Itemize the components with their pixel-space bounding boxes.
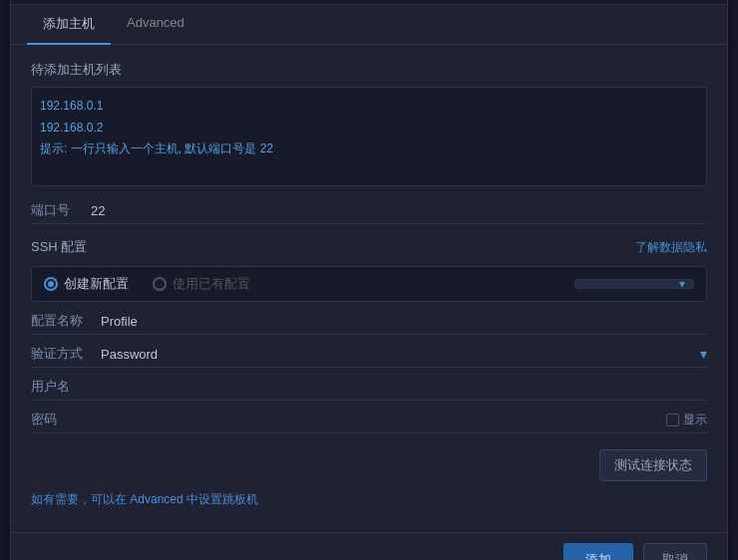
- port-input[interactable]: [91, 203, 707, 218]
- existing-config-dropdown-row: [274, 279, 694, 289]
- auth-method-row: 验证方式 Password ▾: [31, 345, 707, 368]
- hint-text: 如有需要，可以在 Advanced 中设置跳板机: [31, 491, 707, 508]
- auth-method-label: 验证方式: [31, 345, 101, 363]
- tab-bar: 添加主机 Advanced: [11, 5, 727, 45]
- password-input[interactable]: [101, 413, 666, 427]
- radio-row: 创建新配置 使用已有配置: [31, 266, 707, 302]
- port-row: 端口号: [31, 201, 707, 224]
- port-label: 端口号: [31, 201, 91, 219]
- profile-name-input[interactable]: [101, 314, 707, 329]
- radio-use-existing-label: 使用已有配置: [173, 275, 250, 293]
- privacy-link[interactable]: 了解数据隐私: [635, 239, 707, 256]
- radio-use-existing-circle: [153, 277, 167, 291]
- tab-add-host[interactable]: 添加主机: [27, 5, 111, 45]
- password-label: 密码: [31, 411, 101, 428]
- test-connection-button[interactable]: 测试连接状态: [599, 449, 707, 481]
- add-button[interactable]: 添加: [563, 543, 633, 560]
- ssh-label: SSH 配置: [31, 238, 87, 256]
- footer-buttons: 添加 取消: [11, 532, 727, 560]
- username-input[interactable]: [101, 380, 707, 395]
- host-list-textarea[interactable]: 192.168.0.1 192.168.0.2 提示: 一行只输入一个主机, 默…: [31, 87, 707, 186]
- auth-dropdown-arrow-icon[interactable]: ▾: [700, 346, 707, 362]
- ssh-header: SSH 配置 了解数据隐私: [31, 238, 707, 256]
- auth-method-value: Password: [101, 347, 692, 362]
- show-password-checkbox[interactable]: [666, 414, 679, 426]
- cancel-button[interactable]: 取消: [643, 543, 707, 560]
- password-row: 密码 显示: [31, 411, 707, 433]
- profile-name-label: 配置名称: [31, 312, 101, 330]
- radio-create-new-label: 创建新配置: [64, 275, 129, 293]
- show-password-label: 显示: [683, 412, 707, 428]
- existing-config-dropdown[interactable]: [574, 279, 694, 289]
- ssh-section: SSH 配置 了解数据隐私 创建新配置 使用已有配置 配置名称: [31, 238, 707, 508]
- show-password-area: 显示: [666, 412, 707, 428]
- add-host-dialog: M 添加主机 ✕ 添加主机 Advanced 待添加主机列表 192.168.0…: [10, 0, 728, 560]
- test-connection-area: 测试连接状态: [31, 449, 707, 481]
- profile-name-row: 配置名称: [31, 312, 707, 335]
- username-label: 用户名: [31, 378, 101, 396]
- main-content: 待添加主机列表 192.168.0.1 192.168.0.2 提示: 一行只输…: [11, 45, 727, 524]
- tab-advanced[interactable]: Advanced: [111, 5, 200, 45]
- radio-create-new[interactable]: 创建新配置: [44, 275, 129, 293]
- username-row: 用户名: [31, 378, 707, 401]
- host-list-label: 待添加主机列表: [31, 61, 707, 79]
- radio-create-new-circle: [44, 277, 58, 291]
- radio-use-existing[interactable]: 使用已有配置: [153, 275, 250, 293]
